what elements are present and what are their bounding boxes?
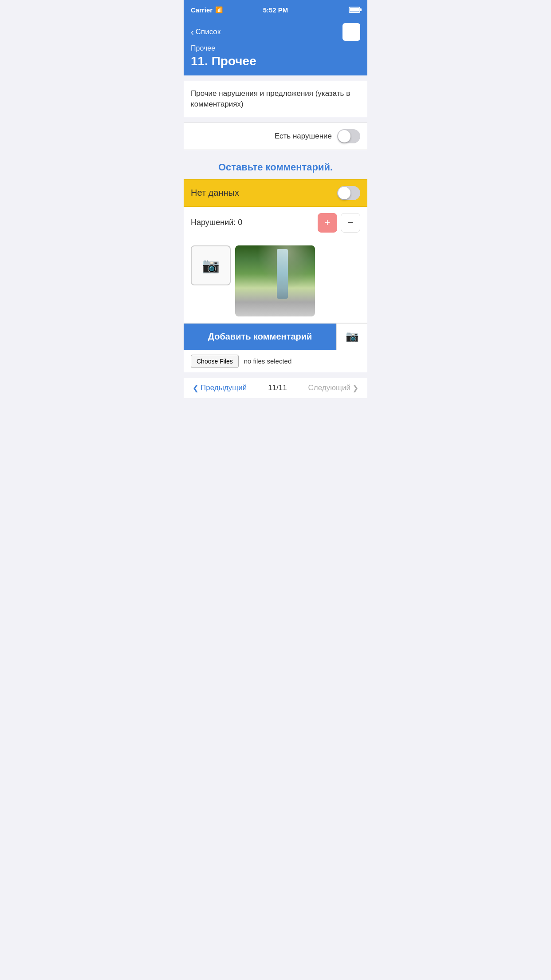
violations-add-button[interactable]: + (318, 213, 337, 233)
nav-counter: 11/11 (268, 383, 287, 392)
back-button[interactable]: ‹ Список (191, 28, 220, 36)
violation-toggle-knob (338, 130, 350, 142)
choose-files-button[interactable]: Choose Files (191, 355, 239, 368)
status-time: 5:52 PM (263, 6, 288, 14)
status-bar: Carrier 📶 5:52 PM (184, 0, 367, 20)
prev-label: Предыдущий (201, 383, 247, 392)
camera-add-icon: 📷 (202, 257, 220, 274)
next-button[interactable]: Следующий ❯ (308, 383, 358, 393)
photos-section: 📷 (184, 239, 367, 323)
next-label: Следующий (308, 383, 350, 392)
add-comment-button[interactable]: Добавить комментарий (184, 324, 336, 350)
carrier-label: Carrier (191, 6, 213, 14)
violation-toggle-row: Есть нарушение (184, 122, 367, 150)
no-files-label: no files selected (244, 357, 292, 365)
back-label: Список (196, 28, 221, 36)
no-data-row: Нет данных (184, 179, 367, 207)
header-action-button[interactable] (342, 23, 360, 41)
wifi-icon: 📶 (215, 6, 223, 13)
prev-button[interactable]: ❮ Предыдущий (193, 383, 247, 393)
status-left: Carrier 📶 (191, 6, 223, 14)
photo-thumbnail[interactable] (235, 245, 315, 316)
header: ‹ Список Прочее 11. Прочее (184, 20, 367, 75)
camera-button[interactable]: 📷 (336, 324, 367, 350)
header-subtitle: Прочее (191, 44, 360, 52)
violations-row: Нарушений: 0 + − (184, 207, 367, 239)
violation-toggle-label: Есть нарушение (275, 132, 332, 141)
content: Прочие нарушения и предложения (указать … (184, 75, 367, 378)
battery-fill (350, 8, 359, 12)
description-text: Прочие нарушения и предложения (указать … (191, 88, 360, 110)
file-chooser-row: Choose Files no files selected (184, 350, 367, 372)
photo-add-button[interactable]: 📷 (191, 245, 231, 285)
description-card: Прочие нарушения и предложения (указать … (184, 81, 367, 117)
status-right (349, 7, 360, 13)
battery-icon (349, 7, 360, 13)
violations-controls: + − (318, 213, 360, 233)
comment-prompt: Оставьте комментарий. (184, 155, 367, 179)
violations-remove-button[interactable]: − (341, 213, 360, 233)
violations-label: Нарушений: 0 (191, 218, 242, 227)
camera-icon: 📷 (346, 330, 359, 343)
prev-chevron-icon: ❮ (193, 383, 199, 393)
no-data-label: Нет данных (191, 188, 239, 198)
waterfall-image (235, 245, 315, 316)
photos-grid: 📷 (191, 245, 360, 316)
no-data-toggle[interactable] (337, 186, 360, 200)
next-chevron-icon: ❯ (352, 383, 358, 393)
action-bar: Добавить комментарий 📷 (184, 323, 367, 350)
violation-toggle[interactable] (337, 129, 360, 143)
nav-row: ‹ Список (191, 23, 360, 41)
back-chevron-icon: ‹ (191, 28, 194, 36)
no-data-toggle-knob (338, 187, 350, 199)
header-title: 11. Прочее (191, 54, 360, 68)
bottom-nav: ❮ Предыдущий 11/11 Следующий ❯ (184, 378, 367, 398)
waterfall-stream (277, 249, 288, 299)
